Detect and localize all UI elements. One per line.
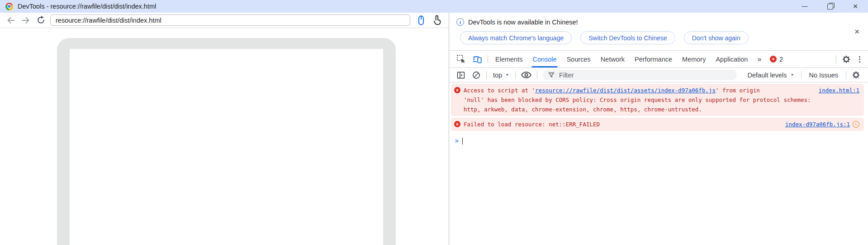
more-tabs-icon[interactable]: »	[753, 55, 766, 63]
divider	[488, 55, 488, 63]
match-language-button[interactable]: Always match Chrome's language	[460, 31, 572, 44]
tab-application[interactable]: Application	[711, 51, 753, 67]
tab-sources[interactable]: Sources	[562, 51, 596, 67]
tab-performance[interactable]: Performance	[630, 51, 677, 67]
forward-icon	[21, 15, 31, 25]
banner-message: DevTools is now available in Chinese!	[468, 19, 578, 26]
error-message-text: Access to script at 'resource://rawfile/…	[464, 86, 860, 114]
divider	[846, 71, 846, 79]
live-expression-button[interactable]	[518, 71, 535, 79]
filter-input[interactable]	[559, 72, 732, 79]
divider	[537, 71, 537, 79]
log-levels-dropdown[interactable]: Default levels ▼	[743, 72, 799, 79]
sidebar-panel-icon	[456, 71, 465, 80]
divider	[801, 71, 802, 79]
inspect-element-button[interactable]	[453, 54, 469, 64]
filter-box[interactable]	[543, 70, 736, 80]
console-toolbar: top ▼ Default levels ▼	[449, 68, 868, 82]
restore-button[interactable]	[817, 0, 843, 13]
console-messages: × Access to script at 'resource://rawfil…	[449, 82, 868, 245]
window-controls: — ×	[792, 0, 868, 13]
address-url: resource://rawfile/dist/dist/index.html	[56, 17, 161, 24]
page-viewport	[0, 28, 449, 245]
browser-pane: resource://rawfile/dist/dist/index.html	[0, 13, 449, 245]
tab-elements[interactable]: Elements	[490, 51, 527, 67]
window-titlebar: DevTools - resource://rawfile/dist/dist/…	[0, 0, 868, 13]
error-count: 2	[779, 56, 783, 63]
console-error-cors: × Access to script at 'resource://rawfil…	[451, 84, 864, 116]
dont-show-again-button[interactable]: Don't show again	[684, 31, 749, 44]
console-sidebar-toggle[interactable]	[453, 71, 469, 80]
tab-console[interactable]: Console	[527, 51, 561, 67]
network-request-icon[interactable]: ↑↓	[853, 121, 859, 128]
script-url-link[interactable]: resource://rawfile/dist/dist/assets/inde…	[535, 87, 716, 94]
chrome-logo-icon	[5, 3, 13, 10]
console-error-failed-load: × Failed to load resource: net::ERR_FAIL…	[451, 118, 864, 131]
chevron-down-icon: ▼	[791, 73, 794, 77]
issues-counter[interactable]: No Issues	[804, 72, 844, 79]
reload-button[interactable]	[35, 15, 46, 26]
device-toolbar-toggle[interactable]	[469, 54, 485, 64]
back-button[interactable]	[5, 15, 16, 26]
clear-console-button[interactable]	[469, 71, 484, 80]
close-window-button[interactable]: ×	[843, 0, 868, 13]
mouse-mode-icon[interactable]	[416, 15, 426, 26]
banner-close-icon[interactable]: ×	[854, 27, 859, 36]
restore-icon	[828, 4, 832, 9]
eye-icon	[521, 71, 531, 79]
info-icon: i	[456, 18, 464, 26]
gear-icon	[842, 55, 851, 64]
filter-funnel-icon	[548, 71, 555, 79]
console-settings-button[interactable]	[849, 71, 863, 79]
switch-to-chinese-button[interactable]: Switch DevTools to Chinese	[580, 31, 675, 44]
error-icon: ×	[454, 87, 460, 93]
browser-toolbar: resource://rawfile/dist/dist/index.html	[0, 13, 449, 28]
source-location-link[interactable]: index.html:1	[819, 86, 859, 95]
tab-memory[interactable]: Memory	[677, 51, 711, 67]
back-icon	[6, 15, 16, 25]
forward-button[interactable]	[20, 15, 31, 26]
reload-icon	[36, 15, 46, 25]
language-banner: i DevTools is now available in Chinese! …	[449, 13, 868, 51]
tab-network[interactable]: Network	[596, 51, 630, 67]
devtools-pane: i DevTools is now available in Chinese! …	[449, 13, 868, 245]
minimize-icon: —	[802, 3, 808, 10]
chevron-down-icon: ▼	[505, 73, 509, 77]
source-location-link[interactable]: index-d97a06fb.js:1	[785, 120, 850, 129]
log-levels-value: Default levels	[748, 72, 787, 79]
device-screen	[70, 49, 383, 245]
error-counter[interactable]: × 2	[766, 56, 787, 63]
clear-icon	[472, 71, 481, 80]
touch-mode-icon[interactable]	[432, 14, 442, 26]
minimize-button[interactable]: —	[792, 0, 817, 13]
device-frame	[57, 38, 396, 245]
address-bar[interactable]: resource://rawfile/dist/dist/index.html	[50, 14, 410, 26]
prompt-chevron-icon: >	[455, 137, 459, 144]
error-badge-icon: ×	[770, 56, 777, 62]
devtools-settings-button[interactable]	[839, 55, 854, 64]
close-icon: ×	[853, 1, 858, 11]
window-title: DevTools - resource://rawfile/dist/dist/…	[18, 3, 156, 10]
kebab-menu-icon[interactable]	[854, 56, 865, 62]
divider	[486, 71, 487, 79]
devtools-tabbar: Elements Console Sources Network Perform…	[449, 51, 868, 68]
context-value: top	[493, 72, 502, 79]
gear-icon	[852, 71, 860, 79]
divider	[515, 71, 516, 79]
device-toolbar-icon	[472, 54, 482, 64]
divider	[836, 55, 836, 63]
text-cursor	[462, 138, 463, 144]
error-icon: ×	[454, 121, 460, 127]
inspect-cursor-icon	[456, 54, 466, 64]
context-selector[interactable]: top ▼	[489, 72, 513, 79]
console-prompt[interactable]: >	[449, 133, 868, 144]
